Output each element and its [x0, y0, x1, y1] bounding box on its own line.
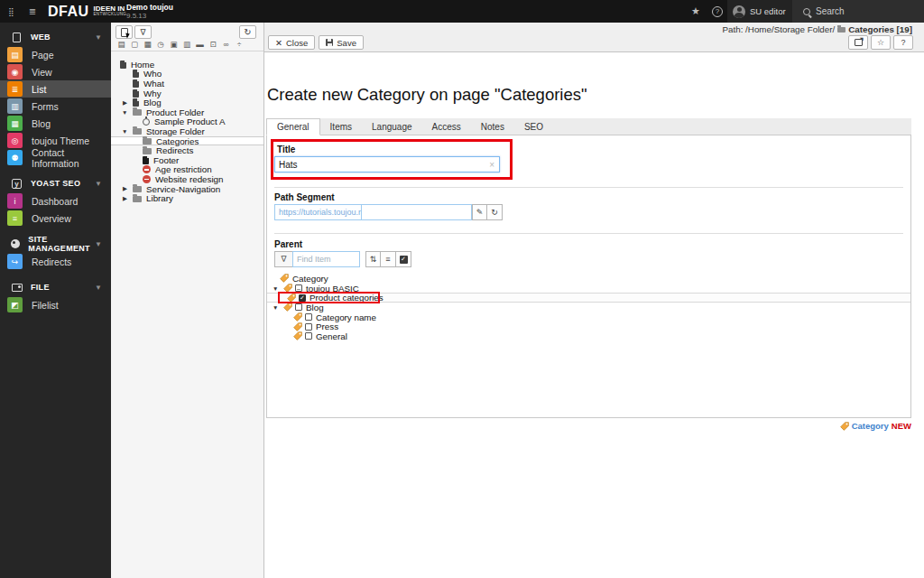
pagetree-item-blog[interactable]: ▶ Blog [111, 98, 263, 107]
help-button[interactable]: ? [893, 35, 913, 50]
checkbox-unchecked[interactable] [295, 303, 302, 311]
sidebar-item-page[interactable]: ▤ Page [0, 46, 111, 63]
tag-icon [287, 294, 296, 303]
doc-header: Path: /Home/Storage Folder/ Categories [… [264, 23, 924, 52]
checkbox-indeterminate[interactable]: – [295, 284, 302, 292]
media-type-icon[interactable]: ▣ [170, 40, 178, 49]
current-page-label: Categories [19] [848, 24, 912, 34]
sidebar-item-blog[interactable]: ▦ Blog [0, 115, 111, 132]
expand-arrow-icon[interactable]: ▶ [123, 195, 127, 202]
pagetree-item-home[interactable]: Home [111, 60, 263, 70]
clock-type-icon[interactable]: ◷ [157, 40, 165, 49]
collapse-arrow-icon[interactable]: ▼ [273, 304, 278, 311]
title-input[interactable] [275, 160, 489, 170]
open-in-new-window-button[interactable] [848, 35, 868, 50]
legend-category-link[interactable]: Category [852, 421, 889, 431]
pagetree-item-website-redesign[interactable]: Website redesign [111, 174, 263, 184]
brand-logo[interactable]: DFAU IDEEN IN ENTWICKLUNG [48, 0, 126, 23]
collapse-arrow-icon[interactable]: ▼ [122, 109, 127, 116]
new-page-button[interactable] [116, 25, 133, 39]
module-menu-toggle-icon[interactable]: ⣿ [0, 0, 22, 23]
sidebar-item-list[interactable]: ≣ List [0, 80, 111, 98]
sidebar-group-file[interactable]: FILE ▼ [0, 278, 111, 296]
sidebar-item-dashboard[interactable]: i Dashboard [0, 192, 111, 210]
slug-edit-button[interactable]: ✎ [472, 204, 487, 220]
sidebar-item-overview[interactable]: ≡ Overview [0, 210, 111, 227]
category-item-category-name[interactable]: Category name [267, 312, 910, 322]
help-icon[interactable]: ? [707, 0, 727, 23]
filelist-module-icon: ◩ [7, 297, 23, 312]
sidebar-group-site-management[interactable]: SITE MANAGEMENT ▼ [0, 235, 111, 253]
shortcut-type-icon[interactable]: ⊡ [209, 40, 217, 49]
category-item-press[interactable]: Press [267, 322, 910, 331]
expand-arrow-icon[interactable]: ▶ [123, 99, 127, 107]
find-item-input[interactable] [292, 251, 360, 267]
tab-general[interactable]: General [266, 118, 320, 135]
new-badge: NEW [892, 421, 911, 431]
tab-notes[interactable]: Notes [471, 118, 514, 135]
checkbox-unchecked[interactable] [305, 323, 312, 331]
pagetree-item-who[interactable]: Who [111, 70, 263, 79]
expand-arrow-icon[interactable]: ▶ [123, 185, 127, 192]
tab-seo[interactable]: SEO [514, 118, 553, 135]
tab-language[interactable]: Language [362, 118, 422, 135]
tab-access[interactable]: Access [422, 118, 471, 135]
tag-icon [293, 331, 302, 340]
slug-recalculate-button[interactable]: ↻ [487, 204, 503, 220]
sidebar-item-contact-information[interactable]: ⚉ Contact Information [0, 149, 111, 166]
pagetree-item-service-navigation[interactable]: ▶ Service-Navigation [111, 184, 263, 194]
page-grid-type-icon[interactable]: ▦ [143, 40, 152, 49]
filter-button[interactable]: ∇ [134, 25, 152, 39]
show-list-button[interactable]: ≡ [381, 251, 396, 267]
checkbox-checked[interactable]: ✓ [299, 294, 306, 302]
pagetree-item-age-restriction[interactable]: Age restriction [111, 165, 263, 175]
navigation-toggle-icon[interactable]: ≣ [22, 0, 43, 23]
pagetree-item-categories[interactable]: Categories [111, 136, 263, 146]
collapse-arrow-icon[interactable]: ▼ [273, 285, 278, 292]
refresh-tree-button[interactable]: ↻ [239, 25, 256, 39]
category-item-root[interactable]: Category [267, 274, 910, 284]
slug-input[interactable] [362, 204, 472, 220]
global-search[interactable]: Search [792, 0, 924, 23]
save-button[interactable]: Save [319, 35, 364, 50]
page-type-icon[interactable]: ▢ [131, 40, 139, 49]
sidebar-item-forms[interactable]: ▥ Forms [0, 98, 111, 115]
page-type-icon[interactable]: ▤ [117, 40, 125, 49]
sidebar-item-view[interactable]: ◉ View [0, 63, 111, 80]
tab-items[interactable]: Items [320, 118, 362, 135]
redirects-module-icon: ↪ [7, 254, 23, 269]
sidebar-group-yoast-seo[interactable]: y YOAST SEO ▼ [0, 174, 111, 192]
clear-icon[interactable]: × [489, 160, 499, 170]
sidebar-item-filelist[interactable]: ◩ Filelist [0, 296, 111, 313]
pagetree-item-what[interactable]: What [111, 79, 263, 89]
toggle-checked-button[interactable]: ✓ [396, 251, 411, 267]
checkbox-unchecked[interactable] [305, 313, 312, 321]
pagetree-item-library[interactable]: ▶ Library [111, 193, 263, 203]
checkbox-unchecked[interactable] [305, 332, 312, 340]
folder-type-icon[interactable]: ▬ [196, 40, 204, 49]
pagetree-item-product-folder[interactable]: ▼ Product Folder [111, 107, 263, 117]
category-item-product-categories[interactable]: ✓ Product categories [267, 293, 910, 303]
divider-type-icon[interactable]: ÷ [236, 40, 244, 49]
link-type-icon[interactable]: ∞ [222, 40, 230, 49]
category-item-toujou-basic[interactable]: ▼ – toujou BASIC [267, 284, 910, 294]
bookmark-star-icon[interactable]: ★ [686, 0, 706, 23]
pagetree-item-redirects[interactable]: Redirects [111, 145, 263, 155]
pagetree-item-why[interactable]: Why [111, 89, 263, 98]
bookmark-button[interactable]: ☆ [871, 35, 891, 50]
folder-icon [133, 186, 142, 192]
sidebar-item-redirects[interactable]: ↪ Redirects [0, 253, 111, 270]
pagetree-item-footer[interactable]: Footer [111, 155, 263, 165]
category-item-blog[interactable]: ▼ Blog [267, 303, 910, 312]
user-menu[interactable]: SU editor [727, 0, 792, 23]
pencil-icon: ✎ [476, 208, 484, 217]
collapse-arrow-icon[interactable]: ▼ [122, 128, 127, 135]
pagetree-item-storage-folder[interactable]: ▼ Storage Folder [111, 126, 263, 136]
view-module-icon: ◉ [7, 64, 23, 79]
sidebar-group-web[interactable]: WEB ▼ [0, 28, 111, 46]
pagetree-item-sample-product-a[interactable]: Sample Product A [111, 117, 263, 127]
category-item-general[interactable]: General [267, 331, 910, 341]
expand-collapse-tree-button[interactable]: ⇅ [365, 251, 381, 267]
form-type-icon[interactable]: ▥ [183, 40, 191, 49]
close-button[interactable]: ✕Close [268, 35, 315, 50]
